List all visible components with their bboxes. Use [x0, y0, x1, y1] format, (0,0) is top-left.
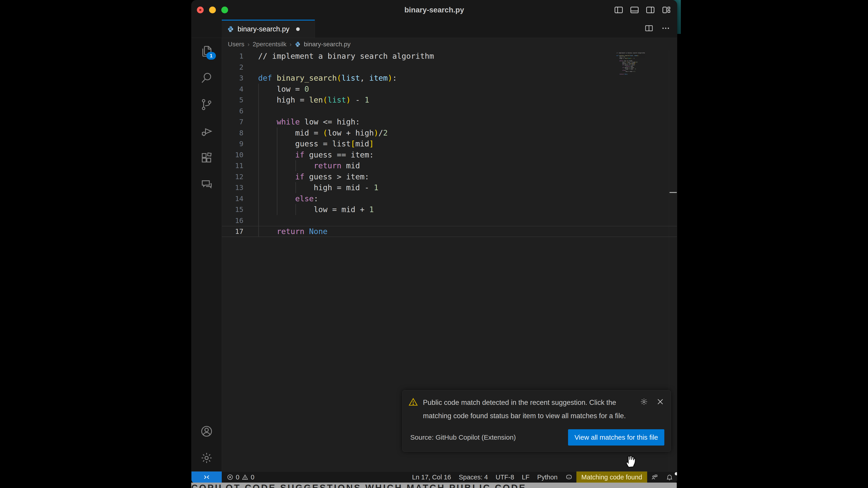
zoom-window-button[interactable]: [221, 6, 228, 13]
minimize-window-button[interactable]: [209, 6, 216, 13]
code-line-17[interactable]: 17 return None: [222, 226, 677, 237]
customize-layout-icon[interactable]: [661, 5, 671, 15]
tab-binary-search-py[interactable]: binary-search.py: [222, 20, 315, 38]
line-number: 10: [222, 149, 243, 160]
code-line-12[interactable]: 12 if guess > item:: [222, 171, 677, 182]
line-number: 7: [222, 116, 243, 127]
toggle-secondary-sidebar-icon[interactable]: [645, 5, 655, 15]
overview-ruler-cursor-mark: [670, 192, 677, 193]
line-number: 15: [222, 204, 243, 215]
titlebar: binary-search.py: [191, 0, 677, 20]
tab-bar: binary-search.py: [191, 20, 677, 38]
minimap[interactable]: // implement a binary search algorithmde…: [616, 53, 669, 75]
toggle-panel-icon[interactable]: [629, 5, 640, 15]
sidebar-item-run-debug[interactable]: [191, 118, 222, 144]
notification-message: Public code match detected in the recent…: [423, 396, 633, 422]
sidebar-item-extensions[interactable]: [191, 144, 222, 171]
feedback-status[interactable]: [647, 474, 662, 481]
code-line-13[interactable]: 13 high = mid - 1: [222, 182, 677, 193]
code-line-2[interactable]: 2: [222, 62, 677, 73]
extensions-icon: [200, 151, 213, 164]
code-line-6[interactable]: 6: [222, 105, 677, 117]
debug-icon: [200, 125, 213, 138]
background-strip-text: COPILOT CODE SUGGESTIONS WHICH MATCH PUB…: [191, 483, 677, 488]
modified-indicator-dot[interactable]: [296, 27, 300, 31]
breadcrumb-separator: ›: [289, 41, 291, 48]
split-editor-icon[interactable]: [645, 24, 653, 33]
code-line-15[interactable]: 15 low = mid + 1: [222, 204, 677, 215]
copilot-icon: [565, 474, 572, 481]
line-number: 2: [222, 62, 243, 73]
bell-icon: [666, 474, 673, 481]
python-file-icon: [227, 26, 234, 33]
language-mode-status[interactable]: Python: [533, 474, 561, 481]
tabbar-gutter: [191, 20, 222, 38]
sidebar-item-explorer[interactable]: 1: [191, 38, 222, 65]
settings-button[interactable]: [191, 445, 222, 471]
line-number: 12: [222, 171, 243, 182]
line-number: 14: [222, 193, 243, 204]
copilot-status[interactable]: [561, 474, 577, 481]
code-line-14[interactable]: 14 else:: [222, 193, 677, 204]
close-icon[interactable]: [656, 398, 664, 406]
notifications-status[interactable]: [662, 474, 677, 481]
toggle-primary-sidebar-icon[interactable]: [614, 5, 624, 15]
code-line-11[interactable]: 11 return mid: [222, 160, 677, 171]
code-line-5[interactable]: 5 high = len(list) - 1: [222, 94, 677, 105]
breadcrumb-item-users[interactable]: Users: [228, 41, 244, 48]
minimap-line: return None: [616, 74, 669, 75]
status-bar: 0 0 Ln 17, Col 16 Spaces: 4 UTF-8 LF Pyt…: [191, 471, 677, 483]
errors-count: 0: [236, 474, 239, 481]
breadcrumb-item-file[interactable]: binary-search.py: [304, 41, 350, 48]
sidebar-item-search[interactable]: [191, 65, 222, 91]
notification-source: Source: GitHub Copilot (Extension): [410, 433, 516, 441]
remote-indicator[interactable]: [191, 471, 222, 483]
activity-bar: 1: [191, 38, 222, 471]
code-line-16[interactable]: 16: [222, 215, 677, 226]
warnings-icon: [242, 474, 248, 481]
line-number: 5: [222, 94, 243, 105]
matching-code-found-status[interactable]: Matching code found: [577, 471, 647, 483]
view-all-matches-button[interactable]: View all matches for this file: [568, 429, 664, 446]
warnings-count: 0: [251, 474, 254, 481]
code-line-7[interactable]: 7 while low <= high:: [222, 116, 677, 127]
close-window-button[interactable]: [197, 6, 204, 13]
cursor-position-status[interactable]: Ln 17, Col 16: [408, 474, 455, 481]
code-line-10[interactable]: 10 if guess == item:: [222, 149, 677, 160]
code-line-9[interactable]: 9 guess = list[mid]: [222, 138, 677, 149]
feedback-icon: [651, 474, 658, 481]
problems-status[interactable]: 0 0: [222, 474, 259, 481]
line-number: 8: [222, 127, 243, 138]
search-icon: [200, 71, 213, 85]
code-area[interactable]: 1// implement a binary search algorithm2…: [222, 51, 677, 237]
code-line-3[interactable]: 3def binary_search(list, item):: [222, 72, 677, 84]
window-title: binary-search.py: [404, 6, 464, 14]
explorer-badge: 1: [206, 52, 216, 60]
line-number: 13: [222, 182, 243, 193]
sidebar-item-chat[interactable]: [191, 171, 222, 198]
code-line-1[interactable]: 1// implement a binary search algorithm: [222, 51, 677, 62]
line-number: 3: [222, 72, 243, 84]
line-number: 9: [222, 138, 243, 149]
sidebar-item-source-control[interactable]: [191, 91, 222, 118]
line-number: 11: [222, 160, 243, 171]
eol-status[interactable]: LF: [518, 474, 533, 481]
tab-label: binary-search.py: [238, 25, 289, 33]
indentation-status[interactable]: Spaces: 4: [455, 474, 492, 481]
chat-icon: [200, 178, 213, 191]
notification-settings-icon[interactable]: [640, 398, 648, 406]
more-actions-icon[interactable]: [661, 24, 670, 33]
line-number: 17: [222, 226, 243, 237]
git-branch-icon: [200, 98, 213, 111]
mouse-cursor-hand: [624, 454, 638, 468]
gear-icon: [200, 451, 213, 464]
notification-dot: [675, 472, 677, 475]
remote-icon: [203, 473, 211, 481]
encoding-status[interactable]: UTF-8: [492, 474, 518, 481]
account-icon: [200, 425, 213, 438]
accounts-button[interactable]: [191, 418, 222, 445]
traffic-lights: [197, 6, 228, 13]
code-line-8[interactable]: 8 mid = (low + high)/2: [222, 127, 677, 138]
breadcrumb-item-2percentsilk[interactable]: 2percentsilk: [253, 41, 286, 48]
code-line-4[interactable]: 4 low = 0: [222, 84, 677, 95]
